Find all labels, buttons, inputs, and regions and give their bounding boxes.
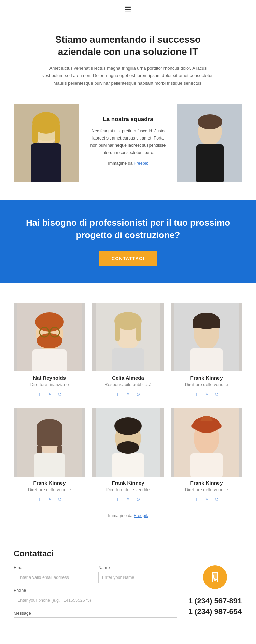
contact-title: Contattaci <box>14 549 242 558</box>
banner-title: Hai bisogno di professionisti per il tuo… <box>14 217 242 241</box>
svg-point-50 <box>214 580 216 581</box>
instagram-icon-3[interactable]: ◎ <box>56 496 63 503</box>
instagram-icon-5[interactable]: ◎ <box>213 496 221 503</box>
email-group: Email <box>14 565 93 583</box>
team-role-3: Direttore delle vendite <box>14 487 85 492</box>
team-social-1: f 𝕏 ◎ <box>92 391 164 398</box>
team-social-0: f 𝕏 ◎ <box>14 391 85 398</box>
form-row-phone: Phone <box>14 588 177 606</box>
team-role-2: Direttore delle vendite <box>171 382 242 387</box>
freepik-link-intro[interactable]: Freepik <box>134 161 148 166</box>
phone-input[interactable] <box>14 595 177 606</box>
facebook-icon-0[interactable]: f <box>35 391 43 398</box>
instagram-icon-1[interactable]: ◎ <box>134 391 142 398</box>
contact-section: Contattaci Email Name Phone <box>0 539 256 644</box>
team-name-4: Frank Kinney <box>92 480 164 486</box>
instagram-icon-0[interactable]: ◎ <box>56 391 63 398</box>
hamburger-menu-icon[interactable]: ☰ <box>125 5 131 14</box>
facebook-icon-2[interactable]: f <box>193 391 200 398</box>
blue-banner: Hai bisogno di professionisti per il tuo… <box>0 200 256 283</box>
svg-rect-2 <box>31 143 61 182</box>
svg-rect-35 <box>37 446 42 453</box>
svg-rect-29 <box>193 321 220 328</box>
phone-icon-circle <box>203 565 227 589</box>
svg-rect-24 <box>136 321 141 341</box>
team-photo-right <box>177 104 242 182</box>
team-name-5: Frank Kinney <box>171 480 242 486</box>
team-photo-4 <box>92 408 164 477</box>
svg-rect-36 <box>57 446 62 453</box>
team-social-2: f 𝕏 ◎ <box>171 391 242 398</box>
team-row-2: Frank Kinney Direttore delle vendite f 𝕏… <box>14 408 242 503</box>
team-social-3: f 𝕏 ◎ <box>14 496 85 503</box>
name-input[interactable] <box>98 572 177 583</box>
man-silhouette-icon <box>177 104 242 182</box>
team-role-0: Direttore finanziario <box>14 382 85 387</box>
team-social-4: f 𝕏 ◎ <box>92 496 164 503</box>
team-intro-credit: Immagine da Freepik <box>89 160 167 167</box>
freepik-link[interactable]: Freepik <box>134 513 148 518</box>
email-input[interactable] <box>14 572 93 583</box>
svg-rect-39 <box>112 453 144 477</box>
phone-number-1: 1 (234) 567-891 <box>188 596 242 606</box>
facebook-icon-4[interactable]: f <box>114 496 122 503</box>
phone-label: Phone <box>14 588 177 593</box>
twitter-icon-3[interactable]: 𝕏 <box>46 496 53 503</box>
team-card-4: Frank Kinney Direttore delle vendite f 𝕏… <box>92 408 164 503</box>
svg-point-47 <box>191 421 222 431</box>
facebook-icon-1[interactable]: f <box>114 391 122 398</box>
twitter-icon-2[interactable]: 𝕏 <box>203 391 210 398</box>
form-row-message: Message <box>14 611 177 644</box>
contact-form: Email Name Phone Message <box>14 565 177 644</box>
team-intro-description: Nec feugiat nisl pretium fusce id. Justo… <box>89 128 167 157</box>
team-photo-2 <box>171 303 242 371</box>
twitter-icon-5[interactable]: 𝕏 <box>203 496 210 503</box>
team-card-1: Celia Almeda Responsabile pubblicità f 𝕏… <box>92 303 164 398</box>
twitter-icon-0[interactable]: 𝕏 <box>46 391 53 398</box>
freepik-note: Immagine da Freepik <box>14 513 242 518</box>
hero-description: Amet luctus venenatis lectus magna fring… <box>41 64 215 87</box>
message-input[interactable] <box>14 617 177 644</box>
svg-point-14 <box>35 312 64 332</box>
team-photo-1 <box>92 303 164 371</box>
twitter-icon-1[interactable]: 𝕏 <box>124 391 132 398</box>
facebook-icon-3[interactable]: f <box>35 496 43 503</box>
facebook-icon-5[interactable]: f <box>193 496 200 503</box>
svg-rect-9 <box>196 144 224 182</box>
svg-point-10 <box>198 114 222 129</box>
svg-rect-5 <box>32 123 38 143</box>
team-photo-3 <box>14 408 85 477</box>
team-card-2: Frank Kinney Direttore delle vendite f 𝕏… <box>171 303 242 398</box>
svg-point-41 <box>117 441 139 454</box>
instagram-icon-2[interactable]: ◎ <box>213 391 221 398</box>
svg-rect-44 <box>190 453 223 477</box>
woman-silhouette-icon <box>14 104 79 182</box>
team-role-5: Direttore delle vendite <box>171 487 242 492</box>
svg-rect-34 <box>37 427 62 446</box>
contact-right: 1 (234) 567-891 1 (234) 987-654 <box>188 565 242 644</box>
phone-number-2: 1 (234) 987-654 <box>188 606 242 617</box>
email-label: Email <box>14 565 93 570</box>
svg-point-40 <box>114 417 142 435</box>
team-name-2: Frank Kinney <box>171 375 242 381</box>
svg-rect-13 <box>32 349 67 371</box>
name-label: Name <box>98 565 177 570</box>
team-photo-left <box>14 104 79 182</box>
team-middle-content: La nostra squadra Nec feugiat nisl preti… <box>79 109 177 177</box>
svg-rect-21 <box>112 348 144 371</box>
instagram-icon-4[interactable]: ◎ <box>134 496 142 503</box>
team-row-1: Nat Reynolds Direttore finanziario f 𝕏 ◎ <box>14 303 242 398</box>
team-card-5: Frank Kinney Direttore delle vendite f 𝕏… <box>171 408 242 503</box>
twitter-icon-4[interactable]: 𝕏 <box>124 496 132 503</box>
message-label: Message <box>14 611 177 616</box>
hero-section: Stiamo aumentando il successo aziendale … <box>0 20 256 97</box>
svg-rect-27 <box>190 348 223 371</box>
team-role-4: Direttore delle vendite <box>92 487 164 492</box>
contact-button[interactable]: CONTATTACI <box>99 251 157 266</box>
team-social-5: f 𝕏 ◎ <box>171 496 242 503</box>
phone-icon <box>210 572 221 583</box>
team-intro-title: La nostra squadra <box>89 116 167 123</box>
svg-rect-6 <box>55 123 60 143</box>
message-group: Message <box>14 611 177 644</box>
team-role-1: Responsabile pubblicità <box>92 382 164 387</box>
